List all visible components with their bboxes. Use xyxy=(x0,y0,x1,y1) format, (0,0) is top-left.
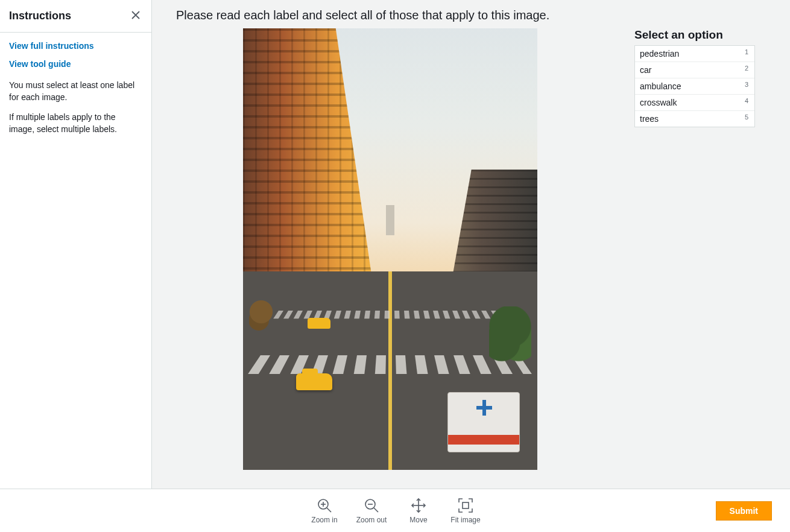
zoom-in-label: Zoom in xyxy=(311,516,337,524)
svg-line-1 xyxy=(327,508,331,512)
submit-button[interactable]: Submit xyxy=(716,501,772,521)
sidebar-title: Instructions xyxy=(9,10,71,22)
move-label: Move xyxy=(409,516,427,524)
option-shortcut: 4 xyxy=(745,97,748,104)
option-label: car xyxy=(640,65,745,75)
option-label: trees xyxy=(640,114,745,124)
close-sidebar-button[interactable] xyxy=(129,8,142,24)
option-trees[interactable]: trees5 xyxy=(635,110,754,127)
sidebar-note-1: You must select at least one label for e… xyxy=(9,80,142,103)
sidebar-header: Instructions xyxy=(0,0,151,33)
option-shortcut: 1 xyxy=(745,48,748,55)
options-list: pedestrian1car2ambulance3crosswalk4trees… xyxy=(634,45,755,127)
sidebar-body: View full instructions View tool guide Y… xyxy=(0,33,151,152)
option-pedestrian[interactable]: pedestrian1 xyxy=(635,46,754,62)
option-label: ambulance xyxy=(640,81,745,91)
view-tool-guide-link[interactable]: View tool guide xyxy=(9,59,142,69)
option-shortcut: 2 xyxy=(745,65,748,72)
main-area: Please read each label and select all of… xyxy=(152,0,790,489)
instructions-sidebar: Instructions View full instructions View… xyxy=(0,0,152,489)
zoom-out-icon xyxy=(364,498,379,513)
move-icon xyxy=(411,498,426,513)
fit-image-tool[interactable]: Fit image xyxy=(449,498,482,524)
options-panel: Select an option pedestrian1car2ambulanc… xyxy=(634,28,755,489)
image-viewport[interactable] xyxy=(212,28,568,489)
view-full-instructions-link[interactable]: View full instructions xyxy=(9,41,142,51)
fit-image-label: Fit image xyxy=(450,516,480,524)
option-label: pedestrian xyxy=(640,49,745,59)
zoom-out-label: Zoom out xyxy=(356,516,387,524)
options-title: Select an option xyxy=(634,28,755,42)
svg-rect-9 xyxy=(463,502,469,508)
option-car[interactable]: car2 xyxy=(635,62,754,78)
fit-image-icon xyxy=(458,498,473,513)
option-shortcut: 5 xyxy=(745,113,748,121)
option-label: crosswalk xyxy=(640,98,745,107)
option-shortcut: 3 xyxy=(745,81,748,88)
move-tool[interactable]: Move xyxy=(402,498,435,524)
option-ambulance[interactable]: ambulance3 xyxy=(635,78,754,94)
bottom-toolbar: Zoom in Zoom out Move xyxy=(0,489,790,532)
svg-line-5 xyxy=(374,508,378,512)
zoom-in-tool[interactable]: Zoom in xyxy=(308,498,341,524)
close-icon xyxy=(131,12,140,21)
task-prompt: Please read each label and select all of… xyxy=(152,0,790,28)
task-image xyxy=(243,28,537,470)
zoom-out-tool[interactable]: Zoom out xyxy=(355,498,388,524)
sidebar-note-2: If multiple labels apply to the image, s… xyxy=(9,112,142,135)
zoom-in-icon xyxy=(317,498,332,513)
option-crosswalk[interactable]: crosswalk4 xyxy=(635,94,754,110)
